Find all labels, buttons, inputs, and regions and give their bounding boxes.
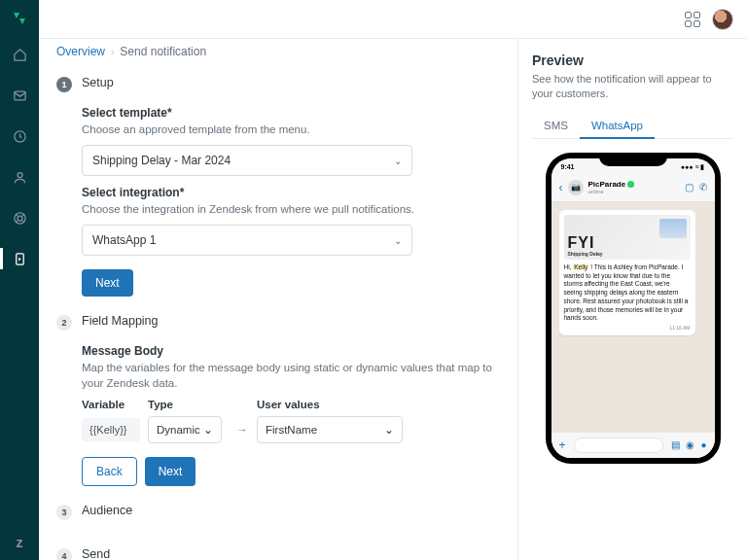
step-2-marker: 2 [56, 315, 72, 331]
preview-pane: Preview See how the notification will ap… [517, 39, 747, 560]
type-select[interactable]: Dynamic ⌄ [148, 416, 222, 443]
camera-icon: ◉ [686, 439, 694, 450]
chevron-right-icon: › [111, 47, 114, 57]
message-image: FYI Shipping Delay [564, 215, 691, 260]
preview-tabs: SMS WhatsApp [532, 114, 733, 139]
contact-status: online [588, 189, 680, 194]
integration-select[interactable]: WhatsApp 1 ⌄ [82, 225, 412, 256]
type-select-value: Dynamic [157, 424, 200, 436]
top-bar [39, 0, 747, 39]
step-4-marker: 4 [56, 548, 72, 560]
whatsapp-input-bar: + ▤ ◉ ● [551, 433, 715, 458]
nav-home[interactable] [0, 41, 39, 68]
chevron-down-icon: ⌄ [203, 423, 213, 437]
verified-badge-icon [627, 181, 634, 188]
nav-history[interactable] [0, 122, 39, 150]
template-help: Choose an approved template from the men… [82, 122, 500, 137]
chevron-down-icon: ⌄ [394, 235, 402, 246]
step-3-marker: 3 [56, 505, 72, 520]
integration-help: Choose the integration in Zendesk from w… [82, 201, 500, 217]
config-pane: Overview › Send notification 1 Setup Sel… [39, 39, 517, 560]
sticker-icon: ▤ [671, 439, 680, 450]
apps-switcher-icon[interactable] [685, 12, 700, 27]
preview-title: Preview [532, 52, 733, 68]
mapping-back-button[interactable]: Back [82, 457, 137, 486]
message-time: 11:16 AM [564, 325, 691, 331]
variable-highlight: Kelly [573, 263, 588, 270]
preview-desc: See how the notification will appear to … [532, 72, 733, 102]
app-logo [11, 10, 28, 27]
whatsapp-header: ‹ 📷 PicParade online ▢ ✆ [551, 176, 715, 202]
user-value-select-value: FirstName [266, 424, 317, 436]
nav-messages[interactable] [0, 82, 39, 109]
breadcrumb-root[interactable]: Overview [56, 45, 105, 58]
user-avatar[interactable] [712, 9, 733, 30]
template-select-value: Shipping Delay - Mar 2024 [92, 154, 231, 167]
setup-next-button[interactable]: Next [82, 269, 133, 297]
template-select[interactable]: Shipping Delay - Mar 2024 ⌄ [82, 145, 412, 176]
tab-sms[interactable]: SMS [532, 114, 580, 138]
zendesk-logo-icon: z [17, 535, 23, 550]
svg-point-2 [18, 172, 22, 177]
integration-select-value: WhatsApp 1 [92, 233, 156, 247]
image-headline: FYI [568, 235, 687, 251]
col-user-values: User values [257, 399, 500, 410]
phone-time: 9:41 [561, 163, 575, 170]
arrow-right-icon: → [228, 423, 257, 437]
message-body-title: Message Body [82, 344, 500, 358]
breadcrumb: Overview › Send notification [56, 45, 500, 58]
chevron-down-icon: ⌄ [394, 156, 402, 166]
nav-users[interactable] [0, 163, 39, 191]
mic-icon: ● [700, 439, 706, 450]
tab-whatsapp[interactable]: WhatsApp [580, 114, 655, 139]
message-body-help: Map the variables for the message body u… [82, 360, 500, 391]
nav-support[interactable] [0, 204, 39, 231]
back-icon: ‹ [559, 181, 563, 194]
video-call-icon: ▢ [685, 182, 694, 192]
step-2-title: Field Mapping [82, 314, 159, 331]
contact-avatar-icon: 📷 [568, 180, 584, 195]
voice-call-icon: ✆ [699, 182, 707, 192]
app-sidebar: z [0, 0, 39, 560]
phone-notch [599, 153, 667, 166]
chevron-down-icon: ⌄ [384, 423, 394, 437]
whatsapp-text-input [574, 438, 664, 453]
attach-icon: + [559, 438, 566, 452]
col-type: Type [148, 399, 228, 410]
phone-signal-icon: ●●● ≡ ▮ [681, 163, 705, 171]
template-label: Select template* [82, 106, 500, 120]
image-subhead: Shipping Delay [568, 251, 687, 257]
chat-body: FYI Shipping Delay Hi, Kelly ! This is A… [551, 202, 715, 433]
step-1-title: Setup [82, 76, 114, 92]
integration-label: Select integration* [82, 186, 500, 199]
phone-mockup: 9:41 ●●● ≡ ▮ ‹ 📷 PicParade online ▢ ✆ [546, 153, 721, 464]
col-variable: Variable [82, 399, 148, 410]
nav-notifications[interactable] [0, 245, 39, 272]
message-bubble: FYI Shipping Delay Hi, Kelly ! This is A… [559, 210, 695, 335]
user-value-select[interactable]: FirstName ⌄ [257, 416, 403, 443]
variable-chip: {{Kelly}} [82, 418, 140, 441]
breadcrumb-current: Send notification [120, 45, 206, 58]
step-3-title: Audience [82, 504, 132, 520]
svg-point-4 [18, 216, 22, 221]
message-text: Hi, Kelly ! This is Ashley from PicParad… [564, 263, 691, 323]
step-4-title: Send [82, 547, 110, 560]
mapping-next-button[interactable]: Next [145, 457, 196, 486]
contact-name: PicParade [588, 181, 626, 189]
step-1-marker: 1 [56, 77, 72, 92]
